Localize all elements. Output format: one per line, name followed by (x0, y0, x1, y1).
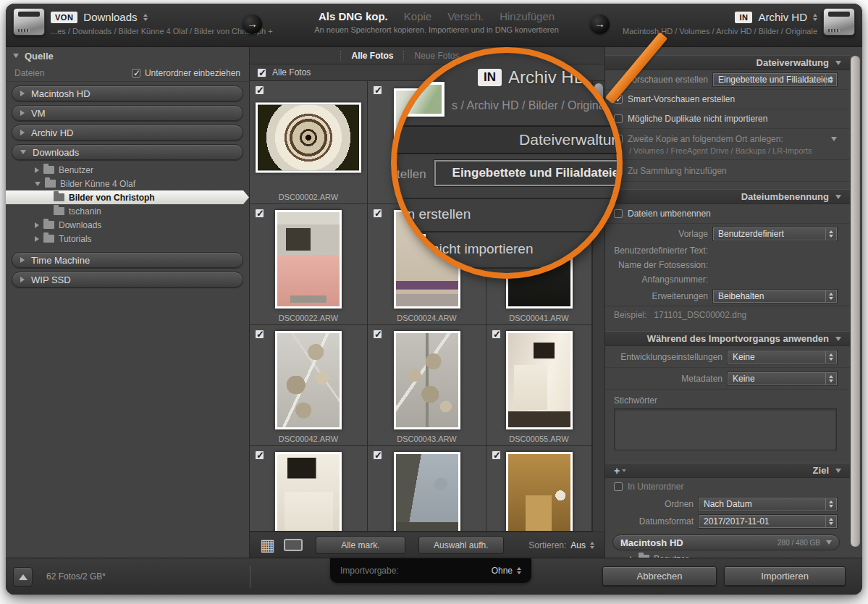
plus-icon: + (614, 465, 620, 477)
template-dropdown[interactable]: Benutzerdefiniert (713, 227, 837, 240)
import-preset-value[interactable]: Ohne (492, 566, 513, 576)
disclosure-triangle-icon[interactable] (20, 277, 25, 282)
previews-dropdown[interactable]: Eingebettete und Filialdateien (713, 73, 837, 86)
import-preset-bar[interactable]: Importvorgabe: Ohne (330, 558, 531, 583)
metadata-dropdown[interactable]: Keine (728, 372, 837, 385)
sort-control[interactable]: Sortieren: Aus (528, 540, 594, 550)
photo-thumbnail (506, 452, 573, 532)
apply-during-import-title: Während des Importvorgangs anwenden (647, 333, 829, 344)
photo-thumbnail (256, 102, 361, 172)
photo-cell[interactable] (250, 446, 368, 532)
into-subfolder-checkbox[interactable] (614, 482, 623, 491)
disclosure-triangle-icon[interactable] (20, 110, 25, 116)
magnified-destination-path: s / Archiv HD / Bilder / Originale (452, 99, 614, 112)
disclosure-triangle-icon[interactable] (20, 257, 25, 263)
organize-dropdown[interactable]: Nach Datum (699, 498, 837, 511)
disclosure-triangle-icon[interactable] (826, 540, 832, 545)
photo-thumbnail (394, 452, 460, 532)
disclosure-triangle-icon[interactable] (20, 91, 25, 96)
source-selector[interactable]: Downloads (83, 11, 137, 23)
check-all-button[interactable]: Alle mark. (316, 537, 405, 554)
volume-downloads[interactable]: Downloads (12, 144, 243, 160)
cancel-button[interactable]: Abbrechen (602, 566, 717, 586)
photo-checkbox[interactable] (373, 85, 382, 95)
destination-header[interactable]: + Ziel (605, 463, 850, 478)
sort-value[interactable]: Aus (570, 540, 586, 550)
disclosure-triangle-icon[interactable] (35, 167, 39, 173)
photo-checkbox[interactable] (255, 330, 264, 339)
mode-copy[interactable]: Kopie (404, 10, 431, 22)
apply-during-import-header[interactable]: Während des Importvorgangs anwenden (605, 331, 850, 346)
photo-checkbox[interactable] (255, 209, 264, 218)
source-panel-header[interactable]: Quelle (6, 47, 249, 64)
uncheck-all-button[interactable]: Auswahl aufh. (418, 537, 504, 554)
mode-copy-as-dng[interactable]: Als DNG kop. (319, 10, 388, 22)
destination-title: Ziel (813, 465, 829, 476)
dropdown-arrows-icon (825, 373, 836, 385)
volume-macintosh-hd[interactable]: Macintosh HD (12, 85, 243, 101)
loupe-view-icon[interactable] (284, 539, 303, 551)
folder-downloads[interactable]: Downloads (6, 218, 249, 232)
photo-cell[interactable]: DSC00022.ARW (250, 204, 368, 325)
second-copy-path: / Volumes / FreeAgent Drive / Backups / … (605, 146, 850, 160)
photo-checkbox[interactable] (373, 209, 382, 218)
photo-cell[interactable]: DSC00055.ARW (486, 325, 592, 446)
grid-view-icon[interactable]: ▦ (260, 537, 275, 553)
group-checkbox[interactable] (257, 68, 266, 77)
volume-archiv-hd[interactable]: Archiv HD (12, 125, 243, 140)
destination-volume-bar[interactable]: Macintosh HD 280 / 480 GB (612, 534, 840, 550)
example-label: Beispiel: (614, 310, 646, 320)
settings-scrollbar-thumb[interactable] (851, 56, 860, 547)
photo-cell[interactable]: DSC00002.ARW (250, 81, 368, 204)
photo-checkbox[interactable] (492, 450, 501, 460)
disclosure-triangle-icon[interactable] (20, 130, 25, 135)
develop-settings-value: Keine (733, 352, 755, 362)
develop-settings-dropdown[interactable]: Keine (728, 351, 837, 364)
disclosure-triangle-icon[interactable] (20, 150, 26, 154)
folder-benutzer[interactable]: Benutzer (6, 163, 249, 177)
disclosure-triangle-icon[interactable] (35, 182, 41, 186)
photo-cell[interactable] (486, 446, 592, 532)
disclosure-triangle-icon[interactable] (35, 222, 39, 228)
folder-label: Bilder Künne 4 Olaf (60, 179, 135, 189)
photo-checkbox[interactable] (373, 450, 382, 460)
collapse-footer-button[interactable] (13, 567, 33, 587)
photo-checkbox[interactable] (255, 85, 264, 95)
extensions-dropdown[interactable]: Beibehalten (713, 290, 837, 303)
date-format-dropdown[interactable]: 2017/2017-11-01 (699, 515, 837, 528)
photo-thumbnail (275, 331, 342, 429)
import-button[interactable]: Importieren (724, 566, 846, 586)
photo-checkbox[interactable] (492, 330, 501, 339)
chevron-down-icon[interactable] (831, 137, 837, 141)
rename-files-checkbox[interactable] (614, 209, 623, 218)
organize-value: Nach Datum (704, 499, 752, 509)
photo-cell[interactable]: DSC00042.ARW (250, 325, 368, 446)
mode-move[interactable]: Versch. (447, 10, 484, 22)
photo-thumbnail (275, 210, 342, 309)
destination-selector[interactable]: Archiv HD (758, 11, 807, 23)
tab-alle-fotos[interactable]: Alle Fotos (340, 51, 403, 61)
photo-cell[interactable]: DSC00043.ARW (368, 325, 486, 446)
keywords-textarea[interactable] (614, 408, 837, 450)
folder-label: Downloads (59, 220, 101, 230)
volume-label: VM (31, 108, 46, 119)
volume-time-machine[interactable]: Time Machine (12, 252, 243, 268)
from-badge: VON (51, 12, 77, 23)
custom-text-label: Benutzerdefinierter Text: (614, 246, 708, 256)
file-renaming-header[interactable]: Dateiumbenennung (605, 189, 850, 204)
disclosure-triangle-icon[interactable] (35, 236, 39, 242)
folder-tschanin[interactable]: tschanin (6, 204, 249, 218)
add-subfolder-icon[interactable]: + (614, 465, 627, 477)
folder-tutorials[interactable]: Tutorials (6, 232, 249, 246)
photo-cell[interactable] (368, 446, 486, 532)
volume-wip-ssd[interactable]: WIP SSD (12, 272, 243, 288)
extensions-value: Beibehalten (718, 291, 764, 301)
volume-vm[interactable]: VM (12, 105, 243, 121)
photo-checkbox[interactable] (373, 330, 382, 339)
folder-bilder-kuenne[interactable]: Bilder Künne 4 Olaf (6, 177, 249, 190)
photo-checkbox[interactable] (255, 450, 264, 460)
dropdown-arrows-icon (825, 351, 836, 363)
mode-add[interactable]: Hinzufügen (500, 10, 555, 22)
folder-bilder-von-christoph-selected[interactable]: Bilder von Christoph (6, 190, 249, 204)
include-subfolders-checkbox[interactable] (132, 69, 140, 77)
